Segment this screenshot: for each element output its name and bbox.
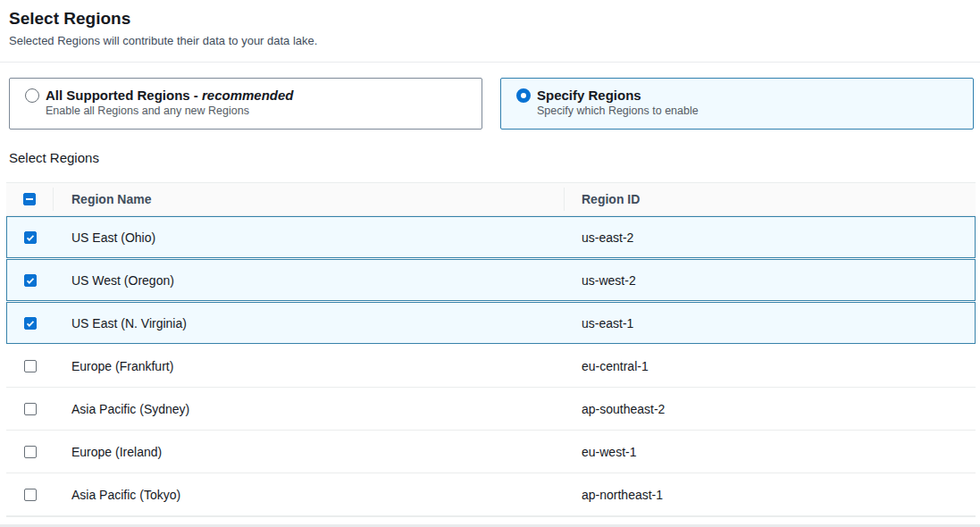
page-title: Select Regions (9, 8, 971, 29)
row-checkbox[interactable] (24, 360, 37, 372)
checkmark-icon (25, 318, 36, 329)
checkmark-icon (25, 232, 36, 243)
column-header-region-id[interactable]: Region ID (565, 192, 976, 206)
region-name-cell: US East (N. Virginia) (54, 316, 565, 330)
table-row[interactable]: Europe (Ireland) eu-west-1 (6, 431, 976, 473)
tile-description: Enable all Regions and any new Regions (46, 105, 482, 117)
region-name-cell: US East (Ohio) (54, 230, 565, 245)
tile-label: All Supported Regions - recommended (46, 88, 294, 103)
select-regions-panel: Select Regions Selected Regions will con… (0, 0, 980, 527)
row-checkbox[interactable] (24, 446, 37, 458)
row-checkbox[interactable] (24, 274, 37, 287)
region-id-cell: ap-southeast-2 (565, 402, 976, 416)
tile-label: Specify Regions (537, 88, 641, 103)
regions-table: Region Name Region ID US East (Ohio) us-… (6, 182, 976, 517)
tile-label-text: Specify Regions (537, 88, 641, 103)
radio-specify-regions[interactable] (516, 88, 531, 103)
tile-description: Specify which Regions to enable (537, 105, 973, 117)
table-row[interactable]: Asia Pacific (Tokyo) ap-northeast-1 (6, 473, 976, 516)
table-row[interactable]: US East (Ohio) us-east-2 (6, 216, 976, 259)
table-header-row: Region Name Region ID (6, 182, 976, 216)
row-checkbox[interactable] (24, 489, 37, 501)
page-subtitle: Selected Regions will contribute their d… (9, 33, 971, 48)
table-row[interactable]: US West (Oregon) us-west-2 (6, 259, 976, 302)
region-mode-tiles: All Supported Regions - recommended Enab… (9, 78, 974, 130)
region-name-cell: Europe (Frankfurt) (54, 359, 565, 373)
header-divider (0, 62, 980, 63)
table-row[interactable]: Europe (Frankfurt) eu-central-1 (6, 345, 976, 388)
tile-all-supported-regions[interactable]: All Supported Regions - recommended Enab… (9, 78, 482, 130)
region-id-cell: us-east-1 (565, 316, 976, 330)
row-checkbox[interactable] (24, 403, 37, 415)
region-name-cell: Europe (Ireland) (54, 445, 565, 459)
indeterminate-dash-icon (25, 195, 34, 204)
radio-all-supported-regions[interactable] (25, 88, 39, 103)
table-section-label: Select Regions (9, 150, 980, 165)
tile-label-text: All Supported Regions - (46, 88, 202, 103)
checkmark-icon (25, 275, 36, 286)
region-name-cell: Asia Pacific (Sydney) (54, 402, 565, 416)
row-checkbox[interactable] (24, 317, 37, 330)
region-id-cell: eu-central-1 (565, 359, 976, 373)
table-row[interactable]: Asia Pacific (Sydney) ap-southeast-2 (6, 388, 976, 431)
tile-specify-regions[interactable]: Specify Regions Specify which Regions to… (500, 78, 974, 130)
panel-header: Select Regions Selected Regions will con… (0, 0, 980, 48)
region-id-cell: ap-northeast-1 (565, 488, 976, 502)
table-row[interactable]: US East (N. Virginia) us-east-1 (6, 302, 976, 345)
column-header-region-name[interactable]: Region Name (54, 192, 564, 206)
row-checkbox[interactable] (24, 231, 37, 244)
region-id-cell: us-east-2 (565, 230, 976, 245)
region-name-cell: Asia Pacific (Tokyo) (54, 488, 565, 502)
tile-label-emphasis: recommended (202, 88, 294, 103)
region-id-cell: us-west-2 (565, 273, 976, 288)
region-id-cell: eu-west-1 (565, 445, 976, 459)
region-name-cell: US West (Oregon) (54, 273, 565, 288)
select-all-checkbox[interactable] (23, 193, 36, 205)
